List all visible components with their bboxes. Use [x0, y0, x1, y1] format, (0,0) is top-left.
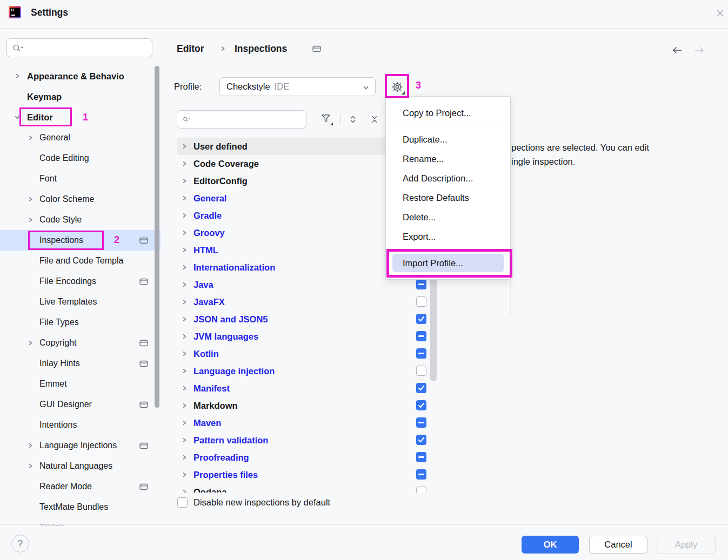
apply-button[interactable]: Apply — [657, 536, 716, 554]
tree-item-pattern-validation[interactable]: Pattern validation — [177, 431, 439, 449]
sidebar-item-inlay-hints[interactable]: Inlay Hints — [0, 353, 161, 374]
chevron-right-icon[interactable] — [181, 385, 188, 392]
chevron-right-icon[interactable] — [27, 196, 34, 203]
tree-item-manifest[interactable]: Manifest — [177, 380, 439, 397]
tree-scrollbar[interactable] — [430, 270, 437, 381]
tree-item-checkbox-unchecked[interactable] — [416, 366, 426, 376]
chevron-right-icon[interactable] — [181, 489, 188, 492]
collapse-all-icon[interactable] — [370, 115, 379, 124]
chevron-right-icon[interactable] — [181, 333, 188, 340]
tree-item-checkbox-checked[interactable] — [416, 314, 426, 324]
tree-item-checkbox-unchecked[interactable] — [416, 296, 426, 307]
sidebar-item-live-templates[interactable]: Live Templates — [0, 292, 161, 312]
tree-item-checkbox-indeterminate[interactable] — [416, 279, 426, 289]
chevron-right-icon[interactable] — [181, 247, 188, 253]
tree-item-checkbox-checked[interactable] — [416, 400, 426, 410]
sidebar-item-natural-languages[interactable]: Natural Languages — [0, 456, 161, 476]
chevron-right-icon[interactable] — [181, 230, 188, 236]
chevron-right-icon[interactable] — [181, 264, 188, 271]
settings-search-box[interactable] — [6, 38, 152, 57]
filter-icon[interactable] — [321, 114, 333, 125]
chevron-right-icon[interactable] — [181, 316, 188, 322]
chevron-right-icon[interactable] — [27, 442, 34, 449]
inspections-search-box[interactable] — [177, 110, 306, 129]
tree-item-checkbox-indeterminate[interactable] — [416, 469, 426, 480]
tree-item-checkbox-indeterminate[interactable] — [416, 417, 426, 428]
tree-item-json-and-json5[interactable]: JSON and JSON5 — [177, 311, 439, 328]
chevron-down-icon[interactable] — [14, 114, 21, 120]
sidebar-item-inspections[interactable]: Inspections — [0, 230, 161, 251]
chevron-right-icon[interactable] — [181, 281, 188, 288]
menu-item-rename[interactable]: Rename... — [386, 149, 510, 168]
tree-item-checkbox-checked[interactable] — [416, 383, 426, 393]
tree-item-jvm-languages[interactable]: JVM languages — [177, 328, 439, 345]
back-arrow-icon[interactable] — [671, 46, 683, 55]
sidebar-item-file-types[interactable]: File Types — [0, 312, 161, 333]
chevron-right-icon[interactable] — [14, 73, 21, 79]
tree-item-checkbox-indeterminate[interactable] — [416, 452, 426, 462]
sidebar-scrollbar[interactable] — [155, 66, 159, 408]
chevron-right-icon[interactable] — [181, 212, 188, 219]
sidebar-item-textmate-bundles[interactable]: TextMate Bundles — [0, 497, 161, 517]
tree-item-checkbox-indeterminate[interactable] — [416, 331, 426, 341]
chevron-right-icon[interactable] — [27, 463, 34, 469]
tree-item-markdown[interactable]: Markdown — [177, 397, 439, 414]
chevron-right-icon[interactable] — [27, 134, 34, 141]
chevron-right-icon[interactable] — [181, 471, 188, 478]
menu-item-add-description[interactable]: Add Description... — [386, 168, 510, 188]
sidebar-item-file-and-code-templa[interactable]: File and Code Templa — [0, 251, 161, 271]
tree-item-proofreading[interactable]: Proofreading — [177, 449, 439, 466]
forward-arrow-icon[interactable] — [693, 46, 705, 55]
chevron-right-icon[interactable] — [181, 402, 188, 409]
settings-search-input[interactable] — [28, 39, 152, 57]
sidebar-item-appearance-behavio[interactable]: Appearance & Behavio — [0, 66, 161, 86]
chevron-right-icon[interactable] — [27, 217, 34, 223]
sidebar-item-color-scheme[interactable]: Color Scheme — [0, 189, 161, 210]
chevron-right-icon[interactable] — [181, 195, 188, 201]
sidebar-item-font[interactable]: Font — [0, 168, 161, 189]
ok-button[interactable]: OK — [522, 536, 579, 554]
chevron-right-icon[interactable] — [181, 160, 188, 167]
help-icon[interactable]: ? — [11, 535, 29, 552]
chevron-right-icon[interactable] — [27, 340, 34, 346]
expand-all-icon[interactable] — [349, 115, 357, 124]
close-icon[interactable] — [713, 6, 726, 19]
sidebar-item-copyright[interactable]: Copyright — [0, 333, 161, 353]
menu-item-import-profile[interactable]: Import Profile... — [392, 254, 504, 272]
tree-item-language-injection[interactable]: Language injection — [177, 362, 439, 380]
sidebar-item-keymap[interactable]: Keymap — [0, 86, 161, 107]
sidebar-item-gui-designer[interactable]: GUI Designer — [0, 394, 161, 415]
chevron-right-icon[interactable] — [181, 143, 188, 150]
tree-item-checkbox-checked[interactable] — [416, 435, 426, 445]
sidebar-item-general[interactable]: General — [0, 127, 161, 148]
profile-dropdown[interactable]: Checkstyle IDE — [219, 77, 376, 96]
chevron-right-icon[interactable] — [181, 350, 188, 357]
sidebar-item-code-editing[interactable]: Code Editing — [0, 148, 161, 168]
tree-item-checkbox-indeterminate[interactable] — [416, 348, 426, 359]
tree-item-kotlin[interactable]: Kotlin — [177, 345, 439, 362]
menu-item-copy-to-project[interactable]: Copy to Project... — [386, 103, 510, 123]
sidebar-item-intentions[interactable]: Intentions — [0, 415, 161, 435]
tree-item-qodana[interactable]: Qodana — [177, 483, 439, 492]
chevron-right-icon[interactable] — [181, 299, 188, 305]
inspections-search-input[interactable] — [194, 111, 306, 128]
sidebar-item-emmet[interactable]: Emmet — [0, 374, 161, 394]
cancel-button[interactable]: Cancel — [589, 536, 647, 554]
sidebar-item-editor[interactable]: Editor — [0, 107, 161, 127]
tree-item-properties-files[interactable]: Properties files — [177, 466, 439, 483]
disable-new-inspections-checkbox[interactable] — [177, 497, 188, 508]
sidebar-item-code-style[interactable]: Code Style — [0, 210, 161, 230]
sidebar-item-reader-mode[interactable]: Reader Mode — [0, 476, 161, 497]
chevron-right-icon[interactable] — [181, 437, 188, 443]
tree-item-checkbox-unchecked[interactable] — [416, 487, 426, 492]
chevron-right-icon[interactable] — [181, 420, 188, 426]
chevron-right-icon[interactable] — [181, 178, 188, 184]
menu-item-duplicate[interactable]: Duplicate... — [386, 130, 510, 149]
menu-item-delete[interactable]: Delete... — [386, 207, 510, 227]
profile-actions-gear-icon[interactable] — [387, 77, 408, 97]
menu-item-export[interactable]: Export... — [386, 227, 510, 246]
sidebar-item-file-encodings[interactable]: File Encodings — [0, 271, 161, 292]
tree-item-javafx[interactable]: JavaFX — [177, 293, 439, 311]
menu-item-restore-defaults[interactable]: Restore Defaults — [386, 188, 510, 207]
chevron-right-icon[interactable] — [181, 368, 188, 374]
